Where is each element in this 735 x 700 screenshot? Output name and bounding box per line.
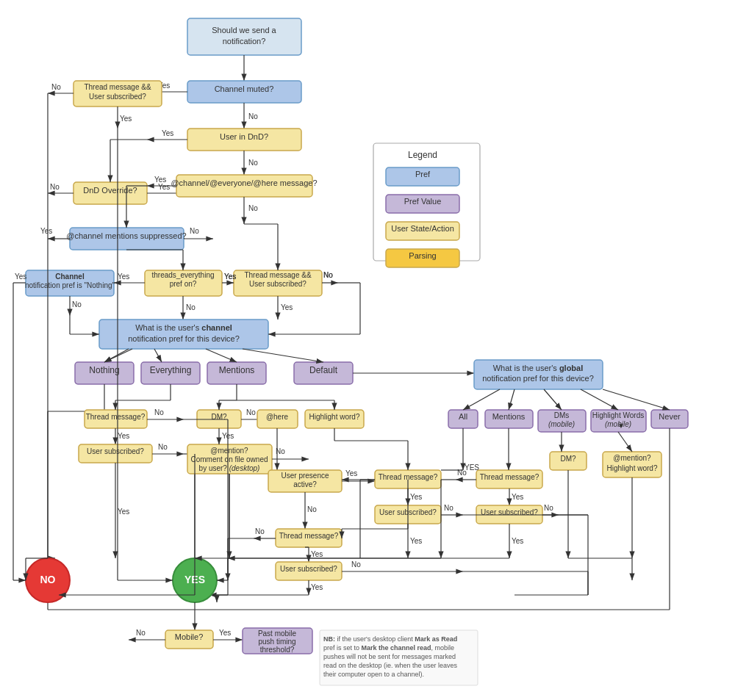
at-mention-text1: @mention? — [210, 447, 248, 455]
label-no-dnd: No — [248, 159, 258, 167]
label-no-channel: No — [248, 204, 258, 212]
thread-msg-bottom-text: Thread message? — [279, 532, 339, 540]
label-yes-tmg: Yes — [512, 493, 523, 501]
start-text2: notification? — [223, 37, 266, 46]
everything-text: Everything — [150, 365, 192, 375]
nothing-text: Nothing — [89, 365, 119, 375]
label-yes-te-left: Yes — [118, 273, 129, 281]
threads-everything-text2: pref on? — [170, 280, 197, 288]
at-mention-text2: Comment on file owned — [190, 455, 268, 463]
channel-pref-text2: notification pref for this device? — [128, 334, 240, 343]
label-te-yes-right: Yes — [224, 273, 236, 281]
user-subscribed-bottom-text: User subscribed? — [280, 565, 337, 573]
label-no-cms: No — [190, 227, 199, 235]
legend-state-text: User State/Action — [391, 224, 454, 233]
thread-msg-global-text: Thread message? — [480, 473, 539, 481]
label-yes-tmb: Yes — [311, 550, 323, 558]
label-yes-usg: Yes — [512, 537, 523, 545]
channel-notif-nothing-text2: notification pref is "Nothing" — [25, 281, 115, 289]
dms-mobile-text1: DMs — [554, 411, 570, 419]
label-no-1: No — [248, 112, 258, 120]
label-yes-mobile: Yes — [219, 629, 231, 637]
legend-pref-value-text: Pref Value — [404, 197, 442, 206]
channel-notif-nothing-text1: Channel — [55, 273, 85, 281]
hw-mention-text1: @mention? — [613, 454, 651, 462]
nb-text2: pref is set to Mark the channel read, mo… — [323, 644, 454, 652]
diagram-container: Should we send a notification? Channel m… — [0, 0, 735, 700]
user-subscribed-text: User subscribed? — [87, 447, 144, 455]
label-no-dnd-override: No — [50, 183, 60, 191]
at-mention-text3: by user? (desktop) — [199, 464, 260, 472]
mobile-text: Mobile? — [175, 632, 204, 641]
highlight-word-text: Highlight word? — [309, 413, 360, 421]
never-text: Never — [659, 412, 681, 421]
arrow-hw-mention — [618, 432, 632, 452]
label-yes-cnn: Yes — [15, 273, 26, 281]
label-no-usm: No — [444, 504, 453, 512]
label-never-down: ▼ — [617, 422, 625, 430]
threads-everything-text1: threads_everything — [151, 271, 214, 279]
start-text: Should we send a — [212, 26, 276, 35]
legend-title: Legend — [408, 150, 437, 160]
push-timing-text2: push timing — [258, 638, 295, 646]
label-yes-tm: Yes — [118, 432, 129, 440]
label-all-yes: YES — [465, 463, 479, 472]
thread-msg-text: Thread message? — [86, 413, 146, 421]
label-no-dm: No — [246, 408, 256, 416]
label-no-usb: No — [351, 560, 361, 569]
arrow-global-all — [463, 389, 500, 410]
default-text: Default — [309, 365, 338, 375]
mentions-text: Mentions — [219, 365, 255, 375]
user-dnd-text: User in DnD? — [220, 132, 268, 141]
label-yes-usm: Yes — [410, 537, 422, 545]
label-no-cnn: No — [72, 300, 82, 308]
hw-mention-text2: Highlight word? — [607, 464, 658, 472]
push-timing-text1: Past mobile — [258, 629, 297, 638]
at-here-text: @here — [266, 413, 289, 421]
no-text: NO — [40, 574, 56, 585]
label-no-mobile: No — [136, 629, 146, 637]
dnd-override-text: DnD Override? — [83, 186, 137, 195]
nb-text3: pushes will not be sent for messages mar… — [323, 653, 456, 660]
nb-text5: their computer open to a channel). — [323, 671, 424, 678]
mentions-global-text: Mentions — [492, 412, 526, 421]
channel-muted-text: Channel muted? — [215, 84, 274, 93]
label-no-te: No — [186, 303, 196, 311]
label-yes-tmm: Yes — [410, 493, 422, 501]
label-no-presence: No — [307, 505, 317, 513]
legend-pref-text: Pref — [415, 170, 431, 178]
channel-everyone-text: @channel/@everyone/@here message? — [171, 178, 317, 187]
thread-msg-subscribed-text2: User subscribed? — [89, 93, 146, 101]
arrow-cp-everything — [154, 349, 162, 362]
label-no-tm: No — [154, 408, 164, 416]
label-yes-dnd: Yes — [162, 129, 173, 137]
global-pref-text1: What is the user's global — [493, 364, 584, 372]
channel-mentions-text: @channel mentions suppressed? — [66, 231, 186, 240]
label-no-tms: No — [51, 83, 61, 91]
dms-mobile-text2: (mobile) — [548, 420, 575, 428]
label-yes-tms: Yes — [120, 115, 132, 123]
label-yes-presence: Yes — [345, 469, 357, 477]
arrow-global-mentions — [509, 389, 514, 410]
global-pref-text2: notification pref for this device? — [482, 374, 594, 383]
label-yes-channel: Yes — [154, 176, 166, 184]
arrow-cp-mentions — [206, 349, 237, 362]
push-timing-text3: threshold? — [260, 646, 295, 654]
label-yes-tms2: Yes — [281, 303, 293, 311]
arrow-cp-default — [243, 349, 323, 362]
presence-text2: active? — [293, 480, 317, 488]
arrow-global-dms — [544, 389, 562, 410]
label-yes-usb: Yes — [311, 583, 323, 591]
label-yes-us: Yes — [118, 508, 129, 516]
thread-msg-subscribed-text1: Thread message && — [84, 83, 151, 91]
nb-text4: read on the desktop (ie. when the user l… — [323, 662, 458, 669]
thread-msg-subscribed2-text1: Thread message && — [244, 271, 311, 279]
label-tms2-no2: No — [323, 271, 333, 279]
channel-pref-text1: What is the user's channel — [135, 323, 232, 332]
hw-mobile-text1: Highlight Words — [592, 411, 644, 419]
mobile-no-area — [85, 630, 129, 649]
legend-parsing-text: Parsing — [409, 251, 436, 260]
nb-text1: NB: if the user's desktop client Mark as… — [323, 635, 457, 643]
presence-text1: User presence — [281, 472, 329, 480]
arrow-cp-nothing2 — [104, 349, 129, 362]
